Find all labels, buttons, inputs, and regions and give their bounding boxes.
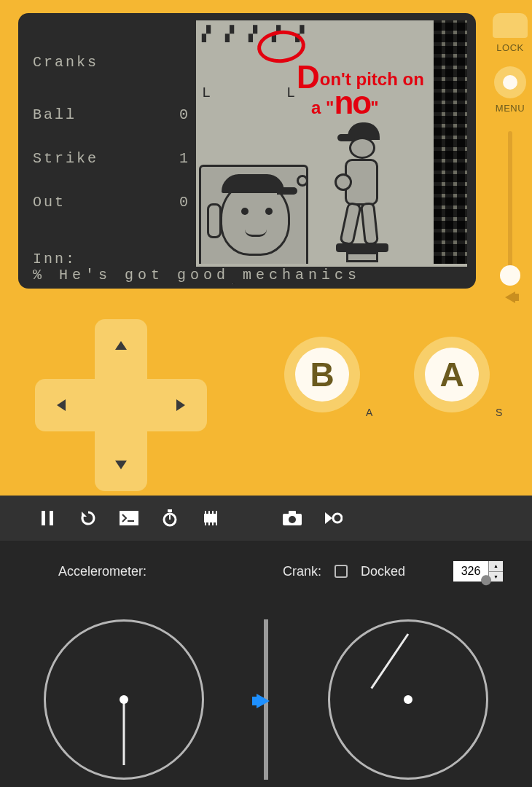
hud-title: Cranks	[33, 55, 190, 70]
dials-area	[0, 619, 532, 787]
dpad-down-icon[interactable]	[115, 461, 127, 469]
svg-point-19	[333, 514, 342, 522]
crank-angle-field[interactable]: ▲▼	[453, 561, 503, 582]
ball-label: Ball	[33, 108, 77, 122]
dpad[interactable]	[35, 319, 207, 491]
docked-label: Docked	[361, 564, 405, 579]
accelerometer-dial[interactable]	[44, 619, 204, 780]
track-marker-icon[interactable]	[257, 694, 270, 708]
volume-slider[interactable]	[508, 131, 512, 284]
a-button-label: A	[425, 348, 479, 402]
strike-label: Strike	[33, 152, 98, 166]
simulator-panel: Accelerometer: Crank: Docked ▲▼	[0, 496, 532, 787]
menu-button[interactable]	[494, 66, 526, 98]
dpad-left-icon[interactable]	[57, 399, 66, 411]
b-key-hint: A	[366, 407, 372, 418]
spin-up-icon[interactable]: ▲	[489, 561, 503, 572]
screen-bezel: Cranks Ball0 Strike1 Out0 Inn: 1 Home 0 …	[18, 13, 476, 289]
restart-icon[interactable]	[79, 509, 98, 528]
action-buttons: B A A S	[284, 337, 503, 439]
svg-rect-17	[289, 511, 296, 515]
a-button[interactable]: A	[414, 337, 490, 412]
game-hud: Cranks Ball0 Strike1 Out0 Inn: 1 Home 0 …	[27, 20, 196, 284]
lock-label: LOCK	[488, 42, 532, 53]
strike-value: 1	[179, 152, 190, 166]
accelerometer-label: Accelerometer:	[58, 564, 146, 579]
svg-rect-5	[168, 509, 172, 512]
baseball-icon	[297, 175, 308, 187]
memory-icon[interactable]	[201, 509, 220, 528]
dpad-right-icon[interactable]	[176, 399, 185, 411]
out-value: 0	[179, 195, 190, 210]
annotation-text: Don't pitch on a "no"	[297, 63, 424, 120]
batter-sprite	[314, 122, 394, 261]
svg-rect-0	[42, 511, 45, 525]
svg-point-18	[289, 516, 296, 523]
commentary-ticker: % He's got good mechanics	[27, 267, 467, 284]
accelerometer-vertical-track[interactable]	[264, 619, 268, 780]
menu-dot-icon	[503, 75, 517, 90]
crank-label: Crank:	[283, 564, 321, 579]
simulator-toolbar	[0, 496, 532, 541]
ball-value: 0	[179, 108, 190, 122]
volume-thumb[interactable]	[500, 265, 520, 286]
controls-row: Accelerometer: Crank: Docked ▲▼	[0, 541, 532, 582]
record-icon[interactable]	[324, 509, 343, 528]
svg-rect-2	[120, 511, 138, 525]
b-button-label: B	[295, 348, 349, 402]
lock-button[interactable]	[493, 13, 528, 38]
dpad-up-icon[interactable]	[115, 341, 127, 350]
docked-checkbox[interactable]	[335, 565, 348, 578]
svg-rect-3	[128, 520, 134, 522]
pause-icon[interactable]	[38, 509, 57, 528]
speaker-icon	[505, 291, 515, 303]
stopwatch-icon[interactable]	[160, 509, 179, 528]
b-button[interactable]: B	[284, 337, 360, 412]
crank-dial[interactable]	[328, 619, 488, 780]
console-icon[interactable]	[120, 509, 138, 528]
svg-rect-1	[50, 511, 53, 525]
lcd-screen: Cranks Ball0 Strike1 Out0 Inn: 1 Home 0 …	[27, 20, 467, 284]
camera-icon[interactable]	[283, 509, 302, 528]
svg-rect-7	[204, 514, 217, 522]
inning-label: Inn:	[33, 252, 190, 267]
menu-label: MENU	[488, 103, 532, 114]
a-key-hint: S	[496, 407, 502, 418]
crowd-strip	[434, 20, 467, 264]
coach-portrait	[199, 165, 308, 264]
out-label: Out	[33, 195, 66, 210]
